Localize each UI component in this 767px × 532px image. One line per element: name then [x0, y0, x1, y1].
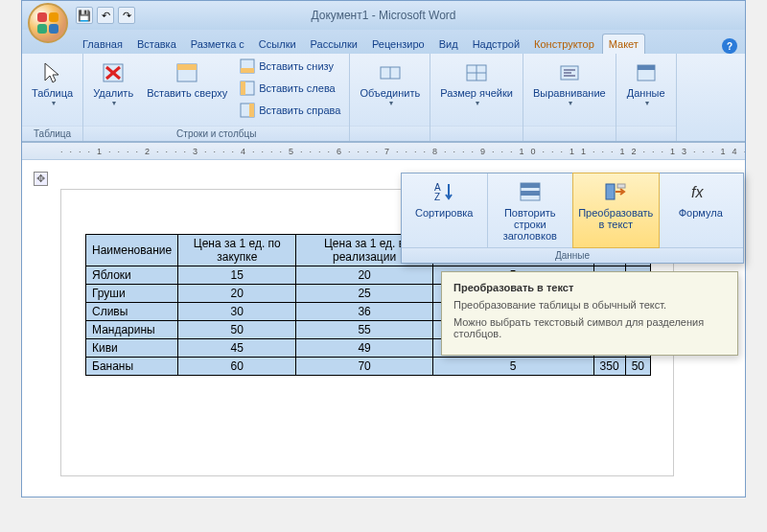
horizontal-ruler[interactable]: ····1····2····3····4····5····6····7····8…	[22, 143, 745, 160]
tab-review[interactable]: Рецензиро	[365, 34, 431, 54]
table-cell[interactable]: 50	[178, 321, 296, 339]
chevron-down-icon: ▾	[569, 99, 572, 107]
cursor-icon	[40, 60, 65, 85]
repeat-header-rows-button[interactable]: Повторить строки заголовков	[488, 173, 574, 247]
sort-button[interactable]: AZ Сортировка	[402, 173, 488, 247]
table-header[interactable]: Наименование	[86, 235, 178, 266]
tab-references[interactable]: Ссылки	[252, 34, 303, 54]
insert-col-right-icon	[240, 103, 255, 118]
tab-pagelayout[interactable]: Разметка с	[184, 34, 251, 54]
table-cell[interactable]: 25	[296, 285, 432, 303]
tab-insert[interactable]: Вставка	[130, 34, 183, 54]
group-merge-label	[350, 126, 430, 141]
insert-right-button[interactable]: Вставить справа	[235, 100, 345, 121]
group-table: Таблица ▾ Таблица	[22, 54, 83, 141]
group-table-label: Таблица	[22, 126, 82, 141]
quick-access-toolbar: 💾 ↶ ↷	[76, 7, 135, 24]
convert-to-text-button[interactable]: Преобразовать в текст	[572, 173, 660, 248]
table-cell[interactable]: 50	[625, 358, 650, 376]
group-data-label	[616, 126, 676, 141]
svg-rect-6	[241, 68, 254, 73]
group-data: Данные ▾	[616, 54, 677, 141]
office-button[interactable]	[28, 3, 68, 43]
cell-size-button[interactable]: Размер ячейки ▾	[434, 56, 519, 112]
table-cell[interactable]: 20	[178, 285, 296, 303]
tab-home[interactable]: Главная	[76, 34, 129, 54]
insert-below-button[interactable]: Вставить снизу	[235, 56, 345, 77]
delete-button[interactable]: Удалить ▾	[87, 56, 139, 112]
table-cell[interactable]: 49	[296, 339, 432, 358]
insert-left-button[interactable]: Вставить слева	[235, 78, 345, 99]
table-cell[interactable]: Мандарины	[86, 321, 178, 339]
tooltip: Преобразовать в текст Преобразование таб…	[441, 271, 738, 356]
tooltip-line-2: Можно выбрать текстовый символ для разде…	[453, 316, 726, 339]
insert-col-left-icon	[240, 81, 255, 96]
insert-row-below-icon	[240, 58, 255, 74]
svg-rect-21	[638, 65, 655, 70]
tab-design[interactable]: Конструктор	[527, 34, 601, 54]
group-alignment: Выравнивание ▾	[523, 54, 616, 141]
table-cell[interactable]: Яблоки	[86, 266, 178, 285]
table-cell[interactable]: 70	[296, 358, 432, 376]
table-row[interactable]: Бананы6070535050	[86, 358, 651, 376]
group-cell-size: Размер ячейки ▾	[430, 54, 523, 141]
select-table-button[interactable]: Таблица ▾	[26, 56, 79, 112]
table-cell[interactable]: 45	[178, 339, 296, 358]
svg-rect-28	[617, 184, 625, 188]
table-cell[interactable]: 15	[178, 266, 296, 285]
data-dropdown-panel: AZ Сортировка Повторить строки заголовко…	[401, 173, 744, 264]
svg-rect-4	[177, 64, 197, 70]
tab-view[interactable]: Вид	[432, 34, 465, 54]
window-title: Документ1 - Microsoft Word	[311, 9, 455, 22]
chevron-down-icon: ▾	[52, 99, 56, 107]
insert-row-above-icon	[174, 60, 199, 85]
svg-rect-10	[249, 104, 254, 117]
tab-mailings[interactable]: Рассылки	[304, 34, 364, 54]
help-icon[interactable]: ?	[722, 38, 737, 54]
chevron-down-icon: ▾	[645, 99, 649, 107]
group-alignment-label	[523, 126, 616, 141]
svg-rect-26	[521, 191, 540, 196]
table-cell[interactable]: 36	[296, 303, 432, 321]
data-icon	[634, 60, 659, 85]
chevron-down-icon: ▾	[476, 99, 479, 107]
insert-above-button[interactable]: Вставить сверху	[141, 56, 233, 104]
alignment-button[interactable]: Выравнивание ▾	[527, 56, 612, 112]
svg-text:Z: Z	[434, 192, 440, 202]
formula-button[interactable]: fx Формула	[659, 173, 744, 247]
tab-layout[interactable]: Макет	[602, 34, 645, 54]
repeat-headers-icon	[518, 179, 543, 204]
formula-fx-icon: fx	[688, 179, 713, 204]
svg-rect-25	[521, 183, 540, 188]
table-cell[interactable]: 20	[296, 266, 432, 285]
table-move-handle[interactable]: ✥	[34, 172, 48, 186]
table-cell[interactable]: 55	[296, 321, 432, 339]
tab-addins[interactable]: Надстрой	[466, 34, 526, 54]
alignment-icon	[557, 60, 582, 85]
merge-button[interactable]: Объединить ▾	[354, 56, 426, 112]
table-header[interactable]: Цена за 1 ед. по закупке	[178, 235, 296, 266]
table-cell[interactable]: 350	[593, 358, 625, 376]
table-cell[interactable]: Киви	[86, 339, 178, 358]
table-cell[interactable]: Бананы	[86, 358, 178, 376]
svg-rect-27	[606, 184, 615, 199]
table-cell[interactable]: Груши	[86, 285, 178, 303]
data-button[interactable]: Данные ▾	[620, 56, 672, 112]
table-cell[interactable]: Сливы	[86, 303, 178, 321]
cell-size-icon	[464, 60, 489, 85]
merge-cells-icon	[378, 60, 403, 85]
group-merge: Объединить ▾	[350, 54, 430, 141]
qat-save-icon[interactable]: 💾	[76, 7, 93, 24]
qat-undo-icon[interactable]: ↶	[97, 7, 114, 24]
data-dropdown-group-label: Данные	[402, 248, 743, 263]
table-cell[interactable]: 5	[432, 358, 593, 376]
table-cell[interactable]: 60	[178, 358, 296, 376]
chevron-down-icon: ▾	[112, 99, 116, 107]
svg-rect-8	[241, 81, 245, 95]
table-cell[interactable]: 30	[178, 303, 296, 321]
qat-redo-icon[interactable]: ↷	[118, 7, 135, 24]
convert-to-text-icon	[603, 179, 628, 204]
svg-text:fx: fx	[691, 184, 704, 200]
delete-table-icon	[101, 60, 126, 85]
group-rows-columns: Удалить ▾ Вставить сверху Вставить снизу	[83, 54, 350, 141]
